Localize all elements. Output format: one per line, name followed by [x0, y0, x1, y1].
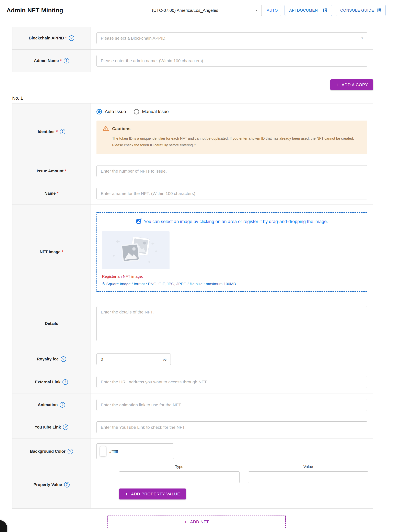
cautions-box: Cautions The token ID is a unique identi…	[97, 120, 367, 154]
add-nft-button[interactable]: + ADD NFT	[108, 516, 286, 528]
background-color-box	[97, 443, 174, 459]
image-error-text: Register an NFT image.	[102, 274, 362, 279]
plus-icon: +	[336, 82, 339, 87]
timezone-select[interactable]: (UTC-07:00) America/Los_Angeles ▼	[148, 5, 262, 16]
identifier-field-cell: Auto Issue Manual Issue Ca	[91, 103, 373, 160]
radio-selected-icon	[97, 109, 102, 115]
help-icon[interactable]: ?	[61, 356, 66, 362]
background-color-label-cell: Background Color ?	[12, 438, 91, 464]
issue-amount-field-cell	[91, 160, 373, 182]
property-divider	[244, 473, 244, 482]
auto-issue-label: Auto Issue	[105, 109, 126, 114]
identifier-label: Identifier	[38, 129, 55, 134]
property-value-input[interactable]	[248, 471, 368, 483]
blockchain-appid-label-cell: Blockchain APPID * ?	[12, 27, 91, 49]
admin-name-input[interactable]	[97, 55, 367, 67]
help-icon[interactable]: ?	[64, 482, 70, 488]
nft-form-table: Identifier * ? Auto Issue Manual Issue	[12, 103, 373, 509]
page-title: Admin NFT Minting	[6, 7, 63, 14]
help-icon[interactable]: ?	[63, 424, 68, 430]
animation-label-cell: Animation ?	[12, 394, 91, 416]
help-icon[interactable]: ?	[63, 379, 68, 385]
manual-issue-radio[interactable]: Manual Issue	[134, 109, 169, 115]
background-color-label: Background Color	[30, 449, 65, 454]
external-link-label-cell: External Link ?	[12, 370, 91, 393]
blockchain-appid-placeholder: Please select a Blockchain APPID.	[101, 36, 167, 41]
image-dropzone[interactable]: You can select an image by clicking on a…	[97, 212, 367, 292]
help-icon[interactable]: ?	[60, 402, 65, 407]
add-image-icon	[136, 218, 142, 225]
page-header: Admin NFT Minting (UTC-07:00) America/Lo…	[0, 0, 393, 21]
royalty-fee-input[interactable]	[101, 357, 142, 362]
help-icon[interactable]: ?	[60, 129, 65, 134]
property-value-wrap: Type Value + ADD PROPERTY VALUE	[119, 465, 368, 499]
plus-icon: +	[184, 519, 187, 524]
external-link-label: External Link	[35, 380, 61, 384]
blockchain-appid-row: Blockchain APPID * ? Please select a Blo…	[12, 27, 373, 50]
property-value-label: Property Value	[33, 482, 62, 487]
external-link-icon	[377, 8, 381, 13]
identifier-row: Identifier * ? Auto Issue Manual Issue	[12, 103, 373, 160]
radio-unselected-icon	[134, 109, 139, 115]
issue-mode-radio-group: Auto Issue Manual Issue	[97, 109, 367, 115]
royalty-fee-label: Royalty fee	[37, 357, 59, 361]
add-property-value-button[interactable]: + ADD PROPERTY VALUE	[119, 489, 186, 499]
api-document-label: API DOCUMENT	[289, 8, 320, 13]
image-format-note: ※ Square Image / format : PNG, GIF, JPG,…	[102, 282, 362, 286]
required-asterisk: *	[65, 169, 66, 173]
chevron-down-icon: ▼	[255, 9, 258, 12]
animation-row: Animation ?	[12, 394, 373, 416]
api-document-button[interactable]: API DOCUMENT	[285, 5, 332, 16]
admin-name-row: Admin Name * ?	[12, 50, 373, 72]
help-icon[interactable]: ?	[69, 35, 74, 41]
required-asterisk: *	[56, 129, 58, 134]
name-label-cell: Name *	[12, 182, 91, 205]
name-row: Name *	[12, 182, 373, 205]
property-type-header: Type	[119, 465, 240, 471]
dropzone-instruction: You can select an image by clicking on a…	[102, 218, 362, 225]
external-link-input[interactable]	[97, 376, 367, 388]
animation-input[interactable]	[97, 399, 367, 411]
console-guide-button[interactable]: CONSOLE GUIDE	[336, 5, 386, 16]
youtube-link-label-cell: YouTube Link ?	[12, 416, 91, 438]
help-icon[interactable]: ?	[68, 449, 73, 454]
auto-button[interactable]: AUTO	[264, 5, 281, 16]
nft-image-label-cell: NFT Image *	[12, 205, 91, 299]
required-asterisk: *	[60, 58, 62, 63]
issue-amount-input[interactable]	[97, 165, 367, 177]
animation-label: Animation	[38, 403, 58, 407]
details-textarea[interactable]	[97, 306, 367, 341]
property-headers: Type Value	[119, 465, 368, 471]
property-value-field-cell: Type Value + ADD PROPERTY VALUE	[91, 461, 374, 508]
manual-issue-label: Manual Issue	[142, 109, 169, 114]
royalty-fee-box: %	[97, 353, 171, 365]
details-label: Details	[45, 321, 58, 326]
color-swatch[interactable]	[100, 446, 106, 456]
royalty-fee-unit: %	[163, 357, 167, 362]
timezone-selected-value: (UTC-07:00) America/Los_Angeles	[152, 8, 218, 13]
blockchain-appid-field-cell: Please select a Blockchain APPID. ▼	[91, 27, 373, 49]
auto-issue-radio[interactable]: Auto Issue	[97, 109, 126, 115]
admin-name-label: Admin Name	[34, 58, 59, 63]
property-value-header: Value	[248, 465, 368, 471]
royalty-fee-field-cell: %	[91, 348, 373, 370]
nft-image-field-cell: You can select an image by clicking on a…	[91, 205, 373, 299]
background-color-input[interactable]	[109, 449, 150, 454]
add-a-copy-button[interactable]: + ADD A COPY	[330, 79, 373, 90]
youtube-link-field-cell	[91, 416, 373, 438]
timezone-group: (UTC-07:00) America/Los_Angeles ▼ AUTO	[148, 5, 281, 16]
property-type-input[interactable]	[119, 471, 240, 483]
name-field-cell	[91, 182, 373, 205]
plus-icon: +	[125, 491, 128, 497]
console-guide-label: CONSOLE GUIDE	[340, 8, 374, 13]
external-link-field-cell	[91, 370, 373, 393]
external-link-row: External Link ?	[12, 370, 373, 394]
property-button-bar: + ADD PROPERTY VALUE	[119, 489, 368, 499]
youtube-link-input[interactable]	[97, 422, 367, 433]
nft-name-input[interactable]	[97, 188, 367, 199]
identifier-label-cell: Identifier * ?	[12, 103, 91, 160]
help-icon[interactable]: ?	[64, 58, 69, 63]
floating-widget-button[interactable]	[0, 520, 7, 532]
admin-form-table: Blockchain APPID * ? Please select a Blo…	[12, 27, 373, 72]
blockchain-appid-select[interactable]: Please select a Blockchain APPID. ▼	[97, 32, 367, 44]
